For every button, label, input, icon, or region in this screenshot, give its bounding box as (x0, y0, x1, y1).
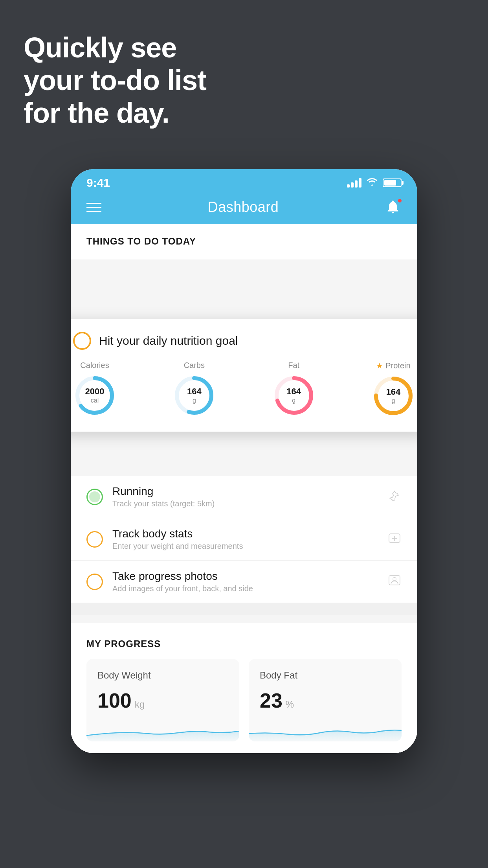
carbs-label: Carbs (184, 361, 205, 370)
scale-icon (387, 531, 402, 547)
protein-label: ★ Protein (376, 361, 410, 370)
calories-label: Calories (80, 361, 109, 370)
carbs-unit: g (187, 397, 202, 405)
nutrition-circles: Calories 2000 cal (73, 361, 415, 417)
goal-circle (73, 332, 91, 350)
hero-line1: Quickly see (24, 31, 206, 64)
star-icon: ★ (376, 361, 383, 370)
todo-list: Running Track your stats (target: 5km) T… (71, 476, 417, 603)
body-weight-value: 100 (97, 689, 132, 712)
body-fat-card: Body Fat 23 % (249, 659, 402, 741)
hero-line2: your to-do list (24, 64, 206, 97)
header-title: Dashboard (208, 199, 279, 215)
fat-donut: 164 g (272, 374, 316, 417)
protein-donut: 164 g (372, 374, 415, 417)
body-weight-title: Body Weight (97, 670, 228, 681)
body-fat-chart (249, 722, 402, 741)
body-fat-title: Body Fat (260, 670, 391, 681)
progress-section: MY PROGRESS Body Weight 100 kg (71, 623, 417, 753)
progress-section-title: MY PROGRESS (86, 638, 402, 649)
calories-unit: cal (85, 397, 105, 405)
carbs-donut: 164 g (172, 374, 216, 417)
nutrition-card: Hit your daily nutrition goal Calories (71, 319, 417, 432)
photos-subtitle: Add images of your front, back, and side (112, 584, 378, 593)
body-fat-unit: % (286, 699, 294, 710)
person-icon (387, 574, 402, 590)
todo-item-body-stats[interactable]: Track body stats Enter your weight and m… (71, 518, 417, 561)
status-time: 9:41 (86, 176, 110, 189)
spacer (71, 603, 417, 615)
phone-content: THINGS TO DO TODAY Hit your daily nutrit… (71, 224, 417, 753)
floating-card-wrapper: Hit your daily nutrition goal Calories (71, 259, 417, 373)
todo-item-photos[interactable]: Take progress photos Add images of your … (71, 561, 417, 603)
calories-value: 2000 (85, 386, 105, 397)
hero-text: Quickly see your to-do list for the day. (24, 31, 206, 129)
things-section-title: THINGS TO DO TODAY (86, 236, 402, 253)
carbs-value: 164 (187, 386, 202, 397)
protein-unit: g (386, 397, 401, 405)
running-circle (86, 489, 103, 505)
battery-icon (383, 178, 402, 187)
photos-title: Take progress photos (112, 570, 378, 583)
things-header: THINGS TO DO TODAY (71, 224, 417, 259)
nutrition-item-calories: Calories 2000 cal (73, 361, 116, 417)
signal-icon (347, 178, 361, 188)
progress-cards: Body Weight 100 kg (86, 659, 402, 741)
body-fat-value: 23 (260, 689, 283, 712)
todo-item-running[interactable]: Running Track your stats (target: 5km) (71, 476, 417, 518)
menu-button[interactable] (86, 203, 101, 212)
fat-label: Fat (288, 361, 299, 370)
notification-dot (397, 198, 402, 203)
calories-donut: 2000 cal (73, 374, 116, 417)
hero-line3: for the day. (24, 97, 206, 129)
protein-value: 164 (386, 387, 401, 397)
body-weight-card: Body Weight 100 kg (86, 659, 239, 741)
nutrition-goal-row: Hit your daily nutrition goal (73, 332, 415, 350)
svg-point-10 (393, 577, 396, 581)
status-icons (347, 177, 402, 189)
app-header: Dashboard (71, 193, 417, 224)
nutrition-item-carbs: Carbs 164 g (172, 361, 216, 417)
nutrition-item-protein: ★ Protein 164 g (372, 361, 415, 417)
nutrition-item-fat: Fat 164 g (272, 361, 316, 417)
body-stats-subtitle: Enter your weight and measurements (112, 542, 378, 551)
wifi-icon (366, 177, 378, 189)
status-bar: 9:41 (71, 169, 417, 193)
body-stats-circle (86, 531, 103, 548)
fat-value: 164 (286, 386, 301, 397)
body-weight-chart (86, 722, 239, 741)
body-weight-unit: kg (135, 699, 145, 710)
nutrition-goal-text: Hit your daily nutrition goal (99, 334, 238, 348)
fat-unit: g (286, 397, 301, 405)
running-subtitle: Track your stats (target: 5km) (112, 499, 378, 508)
running-icon (387, 489, 402, 505)
photos-circle (86, 574, 103, 590)
body-stats-title: Track body stats (112, 528, 378, 540)
notification-bell[interactable] (385, 199, 402, 215)
running-title: Running (112, 485, 378, 498)
svg-rect-9 (389, 576, 400, 585)
phone-mockup: 9:41 Da (71, 169, 417, 753)
